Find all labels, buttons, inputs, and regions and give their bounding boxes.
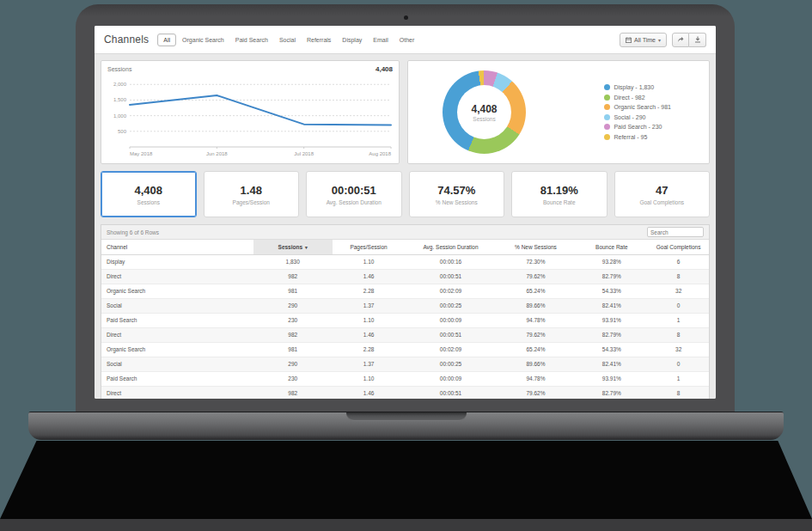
table-row-direct: Direct9821.4600:00:5179.62%82.79%8 xyxy=(101,386,709,399)
line-chart-total: 4,408 xyxy=(375,65,393,73)
table-search-input[interactable] xyxy=(647,227,704,237)
donut-legend: Display - 1,830Direct - 982Organic Searc… xyxy=(604,81,671,144)
table-cell: 00:00:51 xyxy=(405,386,496,399)
table-cell: 79.62% xyxy=(497,269,576,284)
table-header-row: ChannelSessions▾Pages/SessionAvg. Sessio… xyxy=(101,240,709,254)
dashboard-screen: Channels AllOrganic SearchPaid SearchSoc… xyxy=(95,26,716,399)
charts-row: Sessions 4,408 5001,0001,5002,000May 201… xyxy=(101,60,710,164)
metric-value: 74.57% xyxy=(437,184,475,197)
table-cell: 0 xyxy=(648,357,709,371)
tab-paid-search[interactable]: Paid Search xyxy=(230,34,273,46)
table-cell: 2.28 xyxy=(333,342,406,357)
column-header-goal-completions[interactable]: Goal Completions xyxy=(648,240,709,254)
legend-item-direct: Direct - 982 xyxy=(604,95,671,101)
legend-color-dot xyxy=(604,124,610,130)
column-header-avg-session-duration[interactable]: Avg. Session Duration xyxy=(405,240,496,254)
dashboard-content: Sessions 4,408 5001,0001,5002,000May 201… xyxy=(95,54,716,399)
metric-value: 4,408 xyxy=(134,184,162,197)
metric-card-goal-completions[interactable]: 47Goal Completions xyxy=(614,171,711,217)
tab-other[interactable]: Other xyxy=(394,34,420,46)
legend-color-dot xyxy=(604,84,610,90)
table-cell: Display xyxy=(101,254,253,269)
table-cell: 00:00:51 xyxy=(405,269,496,284)
date-range-button[interactable]: All Time ▾ xyxy=(620,33,667,47)
metric-label: Bounce Rate xyxy=(543,199,576,205)
table-cell: 1.46 xyxy=(333,327,406,342)
metric-card-bounce-rate[interactable]: 81.19%Bounce Rate xyxy=(511,171,607,217)
legend-label: Direct - 982 xyxy=(614,95,644,101)
table-cell: 0 xyxy=(648,298,709,313)
svg-text:1,000: 1,000 xyxy=(113,113,127,119)
tab-display[interactable]: Display xyxy=(337,34,367,46)
sessions-donut-panel: 4,408 Sessions Display - 1,830Direct - 9… xyxy=(407,60,710,164)
table-cell: 982 xyxy=(253,269,333,284)
table-cell: 89.66% xyxy=(497,298,576,313)
table-cell: 00:00:25 xyxy=(405,357,496,371)
metric-value: 1.48 xyxy=(241,184,262,197)
metric-card-sessions[interactable]: 4,408Sessions xyxy=(101,171,197,217)
donut-total-value: 4,408 xyxy=(471,103,497,115)
laptop-shadow xyxy=(0,441,812,519)
metric-label: Goal Completions xyxy=(639,199,684,205)
table-cell: 6 xyxy=(648,254,709,269)
metric-cards-row: 4,408Sessions1.48Pages/Session00:00:51Av… xyxy=(101,171,710,217)
table-cell: 1.10 xyxy=(333,254,406,269)
tab-organic-search[interactable]: Organic Search xyxy=(177,34,229,46)
table-cell: 981 xyxy=(253,284,333,298)
laptop-notch xyxy=(346,412,467,421)
table-cell: Organic Search xyxy=(101,284,253,298)
table-cell: 89.66% xyxy=(497,357,576,371)
legend-item-social: Social - 290 xyxy=(604,114,671,120)
table-cell: 79.62% xyxy=(497,386,576,399)
tab-all[interactable]: All xyxy=(157,34,176,46)
svg-text:May 2018: May 2018 xyxy=(130,151,153,156)
page-title: Channels xyxy=(104,34,149,46)
table-cell: 290 xyxy=(253,298,333,313)
legend-color-dot xyxy=(604,104,610,110)
table-cell: Social xyxy=(101,357,253,371)
table-cell: 1.46 xyxy=(333,269,406,284)
column-header-bounce-rate[interactable]: Bounce Rate xyxy=(575,240,648,254)
table-cell: Paid Search xyxy=(101,313,253,327)
table-cell: 00:00:25 xyxy=(405,298,496,313)
table-row-paid-search: Paid Search2301.1000:00:0994.78%93.91%1 xyxy=(101,371,709,386)
legend-color-dot xyxy=(604,134,610,140)
table-cell: 1,830 xyxy=(253,254,333,269)
table-cell: 82.79% xyxy=(575,327,648,342)
table-row-count: Showing 6 of 6 Rows xyxy=(107,229,159,235)
column-header-channel[interactable]: Channel xyxy=(101,240,253,254)
table-cell: 1.46 xyxy=(333,386,406,399)
metric-card-avg-session-duration[interactable]: 00:00:51Avg. Session Duration xyxy=(306,171,402,217)
download-button[interactable] xyxy=(689,33,706,47)
table-cell: 93.91% xyxy=(575,371,648,386)
table-cell: 1.10 xyxy=(333,313,406,327)
donut-center: 4,408 Sessions xyxy=(457,85,511,139)
metric-card-pages-session[interactable]: 1.48Pages/Session xyxy=(204,171,300,217)
table-cell: Direct xyxy=(101,386,253,399)
svg-text:Aug 2018: Aug 2018 xyxy=(369,151,391,156)
table-cell: Social xyxy=(101,298,253,313)
tab-email[interactable]: Email xyxy=(368,34,394,46)
table-cell: 00:00:16 xyxy=(405,254,496,269)
column-header-sessions[interactable]: Sessions▾ xyxy=(253,240,333,254)
table-cell: 94.78% xyxy=(497,313,576,327)
line-chart-header: Sessions 4,408 xyxy=(107,65,393,73)
table-cell: 82.41% xyxy=(575,298,648,313)
table-cell: 72.30% xyxy=(497,254,576,269)
legend-item-paid-search: Paid Search - 230 xyxy=(604,124,671,130)
table-cell: 8 xyxy=(648,327,709,342)
metric-card-new-sessions[interactable]: 74.57%% New Sessions xyxy=(409,171,505,217)
table-cell: 00:00:09 xyxy=(405,313,496,327)
legend-item-organic-search: Organic Search - 981 xyxy=(604,104,671,110)
tab-referrals[interactable]: Referrals xyxy=(302,34,336,46)
share-button[interactable] xyxy=(672,33,689,47)
svg-text:Jun 2018: Jun 2018 xyxy=(206,151,228,156)
tab-social[interactable]: Social xyxy=(274,34,301,46)
column-header-new-sessions[interactable]: % New Sessions xyxy=(497,240,576,254)
legend-label: Paid Search - 230 xyxy=(614,124,662,130)
table-cell: 981 xyxy=(253,342,333,357)
svg-text:Jul 2018: Jul 2018 xyxy=(294,151,314,156)
table-cell: 1 xyxy=(648,313,709,327)
legend-item-display: Display - 1,830 xyxy=(604,84,671,90)
column-header-pages-session[interactable]: Pages/Session xyxy=(333,240,406,254)
